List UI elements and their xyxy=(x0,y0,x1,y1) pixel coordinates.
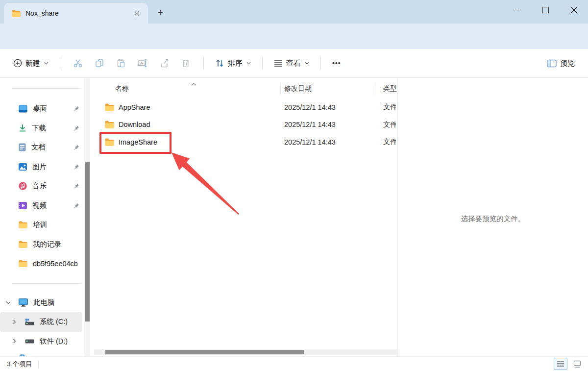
toolbar-divider xyxy=(320,57,321,70)
details-view-button[interactable] xyxy=(554,358,567,370)
pin-icon xyxy=(73,183,79,189)
file-row-download[interactable]: Download 2025/12/1 14:43 文件夹 xyxy=(94,116,397,134)
folder-icon xyxy=(19,221,27,228)
plus-circle-icon xyxy=(13,59,22,68)
sidebar-item-label: 音乐 xyxy=(32,181,47,191)
pin-icon xyxy=(73,144,79,150)
chevron-down-icon xyxy=(305,62,309,65)
sort-ascending-icon xyxy=(191,79,196,87)
sidebar-item-folder-training[interactable]: 培训 xyxy=(0,215,93,235)
sidebar-item-label: 下载 xyxy=(32,124,46,133)
preview-toggle-button[interactable]: 预览 xyxy=(542,55,579,72)
sidebar-item-videos[interactable]: 视频 xyxy=(0,196,93,216)
toolbar-divider xyxy=(60,57,60,70)
rename-icon xyxy=(137,58,148,68)
column-divider[interactable] xyxy=(375,83,375,95)
new-tab-button[interactable]: + xyxy=(153,6,168,20)
sidebar-item-label: 软件 (D:) xyxy=(40,337,68,346)
sidebar-scrollbar-thumb[interactable] xyxy=(85,162,90,322)
status-divider xyxy=(38,360,39,368)
cut-icon xyxy=(73,58,83,68)
paste-icon xyxy=(116,58,126,68)
tab-title: Nox_share xyxy=(25,9,130,17)
sidebar-item-this-pc[interactable]: 此电脑 xyxy=(0,293,93,313)
file-name: AppShare xyxy=(119,103,150,111)
chevron-down-icon[interactable] xyxy=(5,301,12,304)
file-type: 文件夹 xyxy=(383,137,396,147)
chevron-right-icon[interactable] xyxy=(11,339,18,344)
details-view-icon xyxy=(557,361,564,368)
toolbar-divider xyxy=(262,57,263,70)
sidebar-item-label: 文档 xyxy=(31,143,46,152)
minimize-button[interactable] xyxy=(503,0,531,20)
view-button-label: 查看 xyxy=(286,59,301,68)
sort-button[interactable]: 排序 xyxy=(211,55,255,72)
sidebar-item-desktop[interactable]: 桌面 xyxy=(0,99,93,119)
close-icon xyxy=(134,11,140,16)
sidebar-item-label: 图片 xyxy=(32,162,47,172)
paste-button[interactable] xyxy=(110,53,132,73)
file-type: 文件夹 xyxy=(383,120,396,129)
file-row-imageshare[interactable]: ImageShare 2025/12/1 14:43 文件夹 xyxy=(94,133,397,151)
copy-button[interactable] xyxy=(89,53,110,73)
copy-icon xyxy=(95,58,104,68)
pin-icon xyxy=(73,202,79,209)
explorer-tab[interactable]: Nox_share xyxy=(4,3,148,24)
delete-button[interactable] xyxy=(175,53,196,73)
sidebar-divider xyxy=(12,283,81,284)
tab-close-button[interactable] xyxy=(130,7,143,20)
column-header-modified[interactable]: 修改日期 xyxy=(284,84,312,93)
new-button-label: 新建 xyxy=(25,59,40,68)
titlebar: Nox_share + xyxy=(0,0,588,24)
rename-button[interactable] xyxy=(132,53,153,73)
sidebar-item-drive-d[interactable]: 软件 (D:) xyxy=(0,332,93,351)
file-list: 名称 修改日期 类型 AppShare 2025/12/1 14:43 文件夹 … xyxy=(94,78,397,357)
sidebar-item-drive-c[interactable]: 系统 (C:) xyxy=(0,312,82,332)
folder-icon xyxy=(105,138,114,146)
sidebar-item-label: 此电脑 xyxy=(33,298,55,307)
toolbar-divider xyxy=(203,57,204,70)
file-modified: 2025/12/1 14:43 xyxy=(284,103,336,111)
pin-icon xyxy=(73,164,79,170)
sidebar-item-label: 我的记录 xyxy=(33,240,61,249)
column-divider[interactable] xyxy=(280,83,281,95)
column-headers: 名称 修改日期 类型 xyxy=(94,78,397,99)
share-button[interactable] xyxy=(153,53,175,73)
more-button[interactable]: ••• xyxy=(328,55,345,71)
sidebar-item-label: 桌面 xyxy=(33,104,47,113)
navigation-bar: ← → ↑ ··· 系统 (C:) 用户 admin20251030 Nox_s… xyxy=(0,24,588,49)
status-bar: 3 个项目 xyxy=(0,356,588,371)
preview-pane-icon xyxy=(547,59,557,68)
drive-icon xyxy=(25,339,34,344)
sidebar-item-pictures[interactable]: 图片 xyxy=(0,157,93,177)
trash-icon xyxy=(181,58,191,68)
thumbnail-view-button[interactable] xyxy=(570,358,584,370)
sidebar-item-documents[interactable]: 文档 xyxy=(0,138,93,157)
horizontal-scrollbar-thumb[interactable] xyxy=(105,350,304,354)
chevron-right-icon[interactable] xyxy=(11,320,18,324)
chevron-down-icon xyxy=(246,62,251,65)
close-window-button[interactable] xyxy=(560,0,588,20)
column-header-name[interactable]: 名称 xyxy=(115,84,129,93)
sidebar-item-folder-db[interactable]: db5f95ee04cb xyxy=(0,254,93,273)
sidebar-item-downloads[interactable]: 下载 xyxy=(0,119,93,138)
maximize-button[interactable] xyxy=(531,0,560,20)
sidebar-item-label: db5f95ee04cb xyxy=(33,260,78,268)
file-modified: 2025/12/1 14:43 xyxy=(284,138,336,146)
file-modified: 2025/12/1 14:43 xyxy=(284,121,336,128)
file-row-appshare[interactable]: AppShare 2025/12/1 14:43 文件夹 xyxy=(94,99,397,116)
cut-button[interactable] xyxy=(67,53,89,73)
pin-icon xyxy=(73,125,79,131)
file-explorer-window: Nox_share + ← → ↑ · xyxy=(0,0,588,371)
sort-icon xyxy=(215,59,224,68)
view-button[interactable]: 查看 xyxy=(270,55,314,72)
new-button[interactable]: 新建 xyxy=(9,55,53,72)
folder-icon xyxy=(105,121,114,128)
column-header-type[interactable]: 类型 xyxy=(383,84,397,93)
thumbnail-view-icon xyxy=(573,360,582,368)
chevron-down-icon xyxy=(44,62,49,65)
preview-empty-text: 选择要预览的文件。 xyxy=(398,214,588,223)
sidebar-item-folder-my-records[interactable]: 我的记录 xyxy=(0,235,93,254)
minimize-icon xyxy=(514,10,520,10)
sidebar-item-music[interactable]: 音乐 xyxy=(0,176,93,196)
